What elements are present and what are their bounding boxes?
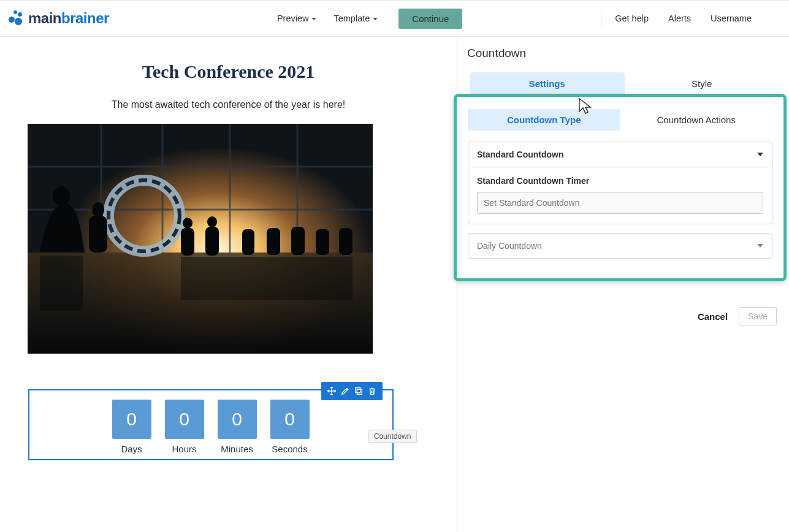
hero-image[interactable]: [28, 124, 373, 354]
username-dropdown[interactable]: Username: [701, 10, 764, 27]
page-subtitle: The most awaited tech conference of the …: [112, 99, 346, 110]
accordion-standard-countdown: Standard Countdown Standard Countdown Ti…: [468, 142, 772, 224]
countdown-block[interactable]: 0 Days 0 Hours 0 Minutes 0 Seconds Count…: [28, 389, 394, 460]
username-label: Username: [711, 13, 752, 23]
svg-rect-18: [242, 229, 254, 255]
svg-rect-16: [205, 227, 219, 256]
countdown-days-value: 0: [112, 400, 151, 439]
countdown-hours-label: Hours: [172, 444, 196, 454]
chevron-down-icon: [757, 153, 763, 156]
block-toolbar: [321, 382, 383, 400]
duplicate-icon[interactable]: [352, 384, 365, 398]
tab-style[interactable]: Style: [625, 72, 780, 95]
delete-icon[interactable]: [365, 384, 379, 398]
tab-settings[interactable]: Settings: [470, 72, 625, 95]
edit-icon[interactable]: [338, 384, 352, 398]
brand-logo[interactable]: mainbrainer: [7, 10, 109, 27]
template-label: Template: [334, 13, 370, 23]
field-label-standard-timer: Standard Countdown Timer: [477, 176, 763, 186]
accordion-daily-header[interactable]: Daily Countdown: [468, 234, 772, 258]
preview-dropdown[interactable]: Preview: [269, 7, 326, 29]
svg-rect-12: [89, 216, 107, 253]
editor-canvas: Tech Conference 2021 The most awaited te…: [0, 37, 457, 532]
brand-logo-icon: [7, 10, 25, 26]
top-bar: mainbrainer Preview Template Continue Ge…: [0, 0, 789, 37]
subtab-countdown-actions[interactable]: Countdown Actions: [620, 109, 773, 131]
subtab-countdown-type[interactable]: Countdown Type: [468, 109, 620, 131]
page-title: Tech Conference 2021: [142, 61, 315, 82]
panel-title: Countdown: [466, 47, 783, 60]
cursor-icon: [577, 97, 597, 118]
properties-panel: Countdown Settings Style Countdown Type …: [457, 37, 789, 532]
countdown-minutes-value: 0: [218, 400, 257, 439]
alerts-link[interactable]: Alerts: [658, 10, 701, 27]
svg-point-13: [92, 202, 104, 217]
svg-point-15: [183, 218, 192, 229]
svg-rect-23: [40, 256, 83, 311]
svg-rect-24: [181, 257, 353, 300]
right-menu: Get help Alerts Username: [601, 10, 783, 27]
svg-rect-26: [355, 388, 360, 393]
svg-rect-25: [357, 389, 362, 394]
svg-point-11: [53, 186, 70, 206]
continue-button[interactable]: Continue: [398, 9, 462, 29]
countdown-minutes-label: Minutes: [221, 444, 253, 454]
tab-settings-label: Settings: [529, 78, 565, 89]
highlight-region: Countdown Type Countdown Actions Standar…: [454, 94, 787, 281]
svg-point-17: [207, 216, 217, 227]
standard-countdown-input[interactable]: [477, 192, 763, 214]
preview-label: Preview: [277, 13, 309, 23]
accordion-standard-header[interactable]: Standard Countdown: [468, 142, 772, 167]
svg-rect-21: [316, 229, 329, 255]
block-type-tag: Countdown: [368, 430, 417, 443]
svg-rect-19: [267, 228, 280, 255]
get-help-link[interactable]: Get help: [605, 10, 658, 27]
chevron-down-icon: [757, 244, 763, 248]
countdown-seconds-value: 0: [270, 400, 310, 439]
accordion-standard-title: Standard Countdown: [477, 150, 564, 159]
brand-logo-text: mainbrainer: [28, 10, 109, 27]
svg-rect-14: [181, 228, 194, 256]
cancel-button[interactable]: Cancel: [698, 311, 728, 322]
divider: [601, 10, 601, 26]
move-icon[interactable]: [325, 384, 338, 398]
svg-rect-20: [291, 227, 305, 255]
accordion-daily-title: Daily Countdown: [477, 241, 542, 251]
template-dropdown[interactable]: Template: [325, 7, 386, 29]
countdown-hours-value: 0: [165, 400, 204, 439]
chevron-down-icon: [311, 18, 316, 20]
chevron-down-icon: [373, 18, 378, 20]
countdown-seconds-label: Seconds: [272, 444, 307, 454]
svg-rect-22: [339, 228, 353, 255]
countdown-days-label: Days: [121, 444, 142, 454]
center-menu: Preview Template Continue: [269, 7, 462, 29]
save-button[interactable]: Save: [739, 307, 777, 325]
accordion-daily-countdown: Daily Countdown: [468, 233, 772, 259]
